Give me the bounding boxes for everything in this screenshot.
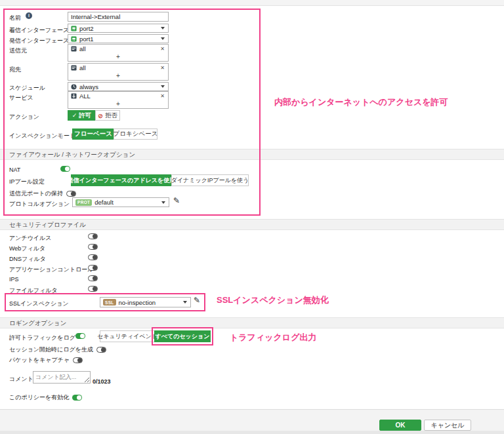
edit-pencil-icon[interactable]: ✎ <box>194 296 200 305</box>
policy-edit-page: 名前 i Internal->External 着信インターフェース port2… <box>0 0 504 434</box>
log-session-start-label: セッション開始時にログを生成 <box>9 345 93 354</box>
action-deny-label: 拒否 <box>105 111 117 120</box>
log-all-sessions-label: すべてのセッション <box>156 332 210 341</box>
webfilter-toggle[interactable] <box>88 244 98 250</box>
dnsfilter-toggle[interactable] <box>88 254 98 260</box>
log-session-start-row: セッション開始時にログを生成 <box>9 345 106 354</box>
comment-input[interactable] <box>33 371 91 384</box>
service-box: ALL ✕ + <box>68 91 169 109</box>
log-allowed-traffic-toggle[interactable] <box>75 333 85 339</box>
remove-icon[interactable]: ✕ <box>160 46 165 52</box>
source-box: all ✕ + <box>68 44 169 62</box>
ippool-outgoing-label: 発信インターフェースのアドレスを使用 <box>68 176 176 185</box>
interface-icon <box>71 36 77 42</box>
edit-pencil-icon[interactable]: ✎ <box>173 196 180 205</box>
interface-icon <box>71 26 77 31</box>
protocol-options-select[interactable]: PROT default <box>72 197 169 207</box>
firewall-options-header: ファイアウォール / ネットワークオプション <box>0 149 504 160</box>
source-entry[interactable]: all ✕ <box>68 45 168 53</box>
filefilter-toggle[interactable] <box>88 286 98 292</box>
name-value: Internal->External <box>71 13 120 20</box>
ssl-inspection-select[interactable]: SSL no-inspection <box>100 297 191 307</box>
service-entry[interactable]: ALL ✕ <box>68 92 168 100</box>
destination-label: 宛先 <box>9 66 21 74</box>
protocol-options-value: default <box>94 199 114 206</box>
prot-badge: PROT <box>75 199 92 206</box>
inspection-proxy-button[interactable]: プロキシベース <box>114 128 158 140</box>
action-allow-label: 許可 <box>79 111 91 120</box>
destination-value: all <box>79 64 86 71</box>
info-icon[interactable]: i <box>26 12 32 19</box>
nat-toggle[interactable] <box>60 166 70 172</box>
destination-entry[interactable]: all ✕ <box>68 64 168 72</box>
log-security-events-button[interactable]: セキュリティイベント <box>100 330 155 342</box>
chevron-down-icon <box>161 85 165 88</box>
action-allow-button[interactable]: ✓ 許可 <box>68 110 96 121</box>
filefilter-label: ファイルフィルタ <box>9 286 58 295</box>
preserve-source-port-row: 送信元ポートの保持 <box>9 189 76 198</box>
add-destination-button[interactable]: + <box>68 72 168 80</box>
ippool-dynamic-button[interactable]: ダイナミックIPプールを使う <box>171 174 249 186</box>
preserve-source-port-label: 送信元ポートの保持 <box>9 189 63 198</box>
ok-button[interactable]: OK <box>379 420 421 431</box>
webfilter-label: Webフィルタ <box>9 245 45 253</box>
logging-options-header: ロギングオプション <box>0 317 504 328</box>
ssl-badge: SSL <box>103 299 116 306</box>
ips-toggle[interactable] <box>88 275 98 281</box>
capture-packets-label: パケットをキャプチャ <box>9 356 70 365</box>
chevron-down-icon <box>161 201 165 204</box>
address-icon <box>71 46 77 52</box>
log-security-events-label: セキュリティイベント <box>97 332 158 341</box>
inspection-flow-label: フローベース <box>74 130 112 138</box>
schedule-value: always <box>79 83 98 90</box>
chevron-down-icon <box>161 27 165 30</box>
antivirus-toggle[interactable] <box>88 233 98 239</box>
service-label: サービス <box>9 94 33 102</box>
ssl-inspection-value: no-inspection <box>119 299 156 306</box>
action-label: アクション <box>9 113 39 121</box>
preserve-source-port-toggle[interactable] <box>66 191 76 197</box>
outgoing-interface-select[interactable]: port1 <box>68 34 169 43</box>
name-input[interactable]: Internal->External <box>68 12 169 22</box>
annotation-log-note: トラフィックログ出力 <box>230 332 316 344</box>
security-profiles-header: セキュリティプロファイル <box>0 219 504 230</box>
schedule-label: スケジュール <box>9 84 45 92</box>
capture-packets-row: パケットをキャプチャ <box>9 356 83 365</box>
check-icon: ✓ <box>72 112 77 119</box>
antivirus-label: アンチウイルス <box>9 234 51 243</box>
enable-policy-toggle[interactable] <box>72 395 82 401</box>
action-deny-button[interactable]: ⊘ 拒否 <box>95 110 120 121</box>
log-all-sessions-button[interactable]: すべてのセッション <box>154 330 211 342</box>
add-source-button[interactable]: + <box>68 53 168 61</box>
dnsfilter-label: DNSフィルタ <box>9 255 46 264</box>
comment-counter: 0/1023 <box>93 378 111 385</box>
incoming-interface-select[interactable]: port2 <box>68 24 169 33</box>
annotation-policy-note: 内部からインターネットへのアクセスを許可 <box>274 96 448 108</box>
clock-icon <box>71 84 77 90</box>
capture-packets-toggle[interactable] <box>73 357 83 363</box>
remove-icon[interactable]: ✕ <box>160 93 165 99</box>
address-icon <box>71 65 77 71</box>
add-service-button[interactable]: + <box>68 100 168 108</box>
enable-policy-label: このポリシーを有効化 <box>9 393 69 402</box>
name-label: 名前 <box>9 14 21 22</box>
outgoing-interface-value: port1 <box>79 35 94 43</box>
inspection-flow-button[interactable]: フローベース <box>72 128 114 140</box>
appcontrol-toggle[interactable] <box>88 265 98 271</box>
incoming-interface-label: 着信インターフェース <box>9 26 69 35</box>
schedule-select[interactable]: always <box>68 82 169 91</box>
remove-icon[interactable]: ✕ <box>160 65 165 71</box>
nat-label: NAT <box>9 167 20 173</box>
ippool-label: IPプール設定 <box>9 178 45 186</box>
footer-bottom-strip <box>0 431 504 434</box>
top-divider <box>0 0 504 6</box>
cancel-button[interactable]: キャンセル <box>424 420 471 431</box>
source-label: 送信元 <box>9 47 27 55</box>
service-value: ALL <box>79 92 91 100</box>
enable-policy-row: このポリシーを有効化 <box>9 393 82 402</box>
ippool-dynamic-label: ダイナミックIPプールを使う <box>171 176 249 185</box>
deny-icon: ⊘ <box>98 112 103 119</box>
log-session-start-toggle[interactable] <box>96 347 106 353</box>
ippool-outgoing-button[interactable]: 発信インターフェースのアドレスを使用 <box>71 174 172 186</box>
outgoing-interface-label: 発信インターフェース <box>9 37 69 45</box>
